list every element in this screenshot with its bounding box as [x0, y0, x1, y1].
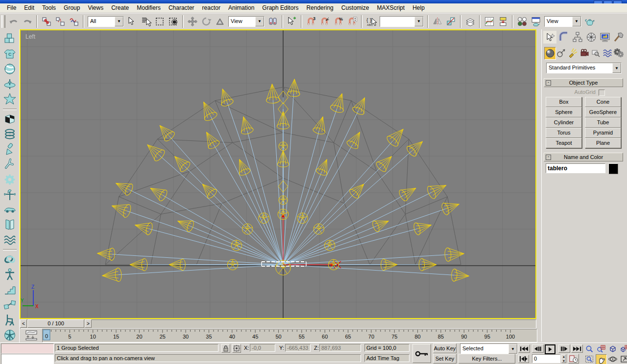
menu-reactor[interactable]: reactor — [198, 4, 224, 12]
key-filter-scope-dropdown[interactable]: Selected ▼ — [460, 343, 518, 354]
align-icon[interactable] — [445, 15, 458, 28]
y-coord-field[interactable]: -665,433 — [285, 344, 311, 352]
angle-snap-toggle-icon[interactable] — [318, 15, 331, 28]
menu-views[interactable]: Views — [84, 4, 107, 12]
tab-hierarchy[interactable] — [571, 31, 584, 44]
menu-file[interactable]: File — [3, 4, 20, 12]
bones-icon[interactable] — [1, 157, 18, 172]
menu-group[interactable]: Group — [60, 4, 84, 12]
zoom-extents-button[interactable] — [607, 344, 618, 353]
linked-boxes-icon[interactable] — [1, 297, 18, 312]
key-filters-button[interactable]: Key Filters... — [458, 354, 515, 364]
select-and-move-icon[interactable] — [186, 15, 199, 28]
quick-render-icon[interactable] — [583, 15, 596, 28]
current-frame-field[interactable]: 0 — [532, 354, 560, 363]
menu-modifiers[interactable]: Modifiers — [133, 4, 165, 12]
door-icon[interactable] — [1, 217, 18, 232]
tab-utilities[interactable] — [612, 31, 625, 44]
select-and-rotate-icon[interactable] — [200, 15, 213, 28]
maxscript-mini-listener-white[interactable] — [1, 354, 54, 364]
menu-tools[interactable]: Tools — [38, 4, 60, 12]
auto-key-button[interactable]: Auto Key — [433, 343, 457, 353]
use-pivot-point-center-icon[interactable] — [266, 15, 279, 28]
undo-icon[interactable] — [7, 15, 20, 28]
frame-spinner[interactable]: ▲▼ — [561, 354, 566, 363]
stairs-icon[interactable] — [1, 282, 18, 297]
viewport-left[interactable]: ZYX Left — [20, 29, 536, 319]
tab-display[interactable] — [598, 31, 611, 44]
window-crossing-toggle-icon[interactable] — [167, 15, 180, 28]
object-name-field[interactable]: tablero — [546, 163, 605, 173]
chevron-down-icon[interactable]: ▼ — [508, 344, 517, 354]
named-selection-sets-dropdown[interactable]: ▼ — [380, 16, 424, 27]
toggle-set-key-icon[interactable] — [412, 344, 431, 363]
object-type-cone[interactable]: Cone — [585, 97, 621, 107]
region-zoom-button[interactable] — [584, 354, 594, 364]
snap-toggle-3d-icon[interactable]: 3 — [305, 15, 317, 28]
menu-edit[interactable]: Edit — [20, 4, 38, 12]
time-slider-handle[interactable]: 0 / 100 — [27, 319, 84, 328]
pan-button[interactable] — [596, 354, 607, 364]
unlink-selection-icon[interactable] — [54, 15, 67, 28]
chevron-down-icon[interactable]: ▼ — [414, 17, 423, 26]
arc-rotate-button[interactable] — [607, 354, 618, 364]
select-and-link-icon[interactable] — [40, 15, 53, 28]
menu-character[interactable]: Character — [165, 4, 198, 12]
chevron-down-icon[interactable]: ▼ — [255, 17, 264, 26]
x-coord-field[interactable]: -0,0 — [250, 344, 275, 352]
rectangular-selection-region-icon[interactable] — [153, 15, 166, 28]
key-mode-toggle-icon[interactable] — [518, 355, 529, 363]
object-type-sphere[interactable]: Sphere — [546, 107, 582, 117]
chevron-down-icon[interactable]: ▼ — [115, 17, 123, 26]
mini-curve-editor-icon[interactable] — [24, 329, 38, 343]
menu-rendering[interactable]: Rendering — [302, 4, 337, 12]
tab-motion[interactable] — [584, 31, 598, 44]
go-to-end-button[interactable] — [571, 344, 583, 353]
add-time-tag[interactable]: Add Time Tag — [364, 354, 410, 362]
chevron-down-icon[interactable]: ▼ — [612, 63, 621, 73]
gear-icon[interactable] — [1, 172, 18, 187]
layer-manager-icon[interactable] — [464, 15, 477, 28]
render-type-dropdown[interactable]: View ▼ — [544, 16, 581, 27]
object-type-teapot[interactable]: Teapot — [546, 138, 582, 148]
category-shapes[interactable] — [556, 47, 567, 59]
go-to-start-button[interactable] — [518, 344, 530, 353]
next-frame-button[interactable] — [558, 344, 570, 353]
category-lights[interactable] — [567, 47, 578, 59]
play-button[interactable] — [545, 344, 555, 354]
menu-customize[interactable]: Customize — [338, 4, 373, 12]
edit-named-selection-sets-icon[interactable]: { }ABC — [365, 15, 378, 28]
selection-lock-icon[interactable] — [221, 344, 230, 353]
category-geometry[interactable] — [544, 47, 556, 60]
ball-icon[interactable] — [1, 62, 18, 77]
zoom-button[interactable] — [584, 344, 594, 353]
maxscript-mini-listener-pink[interactable] — [1, 343, 54, 354]
tab-modify[interactable] — [557, 31, 570, 44]
select-object-icon[interactable] — [126, 15, 139, 28]
schematic-view-icon[interactable] — [497, 15, 509, 28]
mirror-icon[interactable] — [431, 15, 444, 28]
chair-icon[interactable] — [1, 312, 18, 327]
selection-filter-dropdown[interactable]: All ▼ — [88, 16, 124, 27]
chevron-down-icon[interactable]: ▼ — [572, 17, 581, 26]
category-space-warps[interactable] — [602, 47, 613, 59]
menu-animation[interactable]: Animation — [224, 4, 258, 12]
springs-icon[interactable] — [1, 126, 18, 141]
reference-coordinate-system-dropdown[interactable]: View ▼ — [228, 16, 265, 27]
collapse-icon[interactable]: - — [546, 155, 551, 160]
previous-frame-button[interactable] — [532, 344, 544, 353]
spinner-snap-toggle-icon[interactable] — [346, 15, 359, 28]
weather-vane-icon[interactable] — [1, 187, 18, 202]
object-type-box[interactable]: Box — [546, 97, 582, 107]
category-cameras[interactable] — [579, 47, 590, 59]
category-systems[interactable] — [613, 47, 624, 59]
track-bar-ruler[interactable]: 0510152025303540455055606570758085909510… — [42, 329, 537, 342]
primitives-cubes-icon[interactable] — [1, 31, 18, 46]
bind-to-space-warp-icon[interactable] — [68, 15, 80, 28]
tab-create[interactable] — [543, 31, 556, 44]
zoom-extents-all-button[interactable] — [619, 344, 627, 353]
min-max-toggle-button[interactable] — [619, 354, 627, 364]
select-and-scale-icon[interactable] — [214, 15, 226, 28]
set-key-button[interactable]: Set Key — [433, 354, 457, 364]
percent-snap-toggle-icon[interactable]: % — [332, 15, 345, 28]
